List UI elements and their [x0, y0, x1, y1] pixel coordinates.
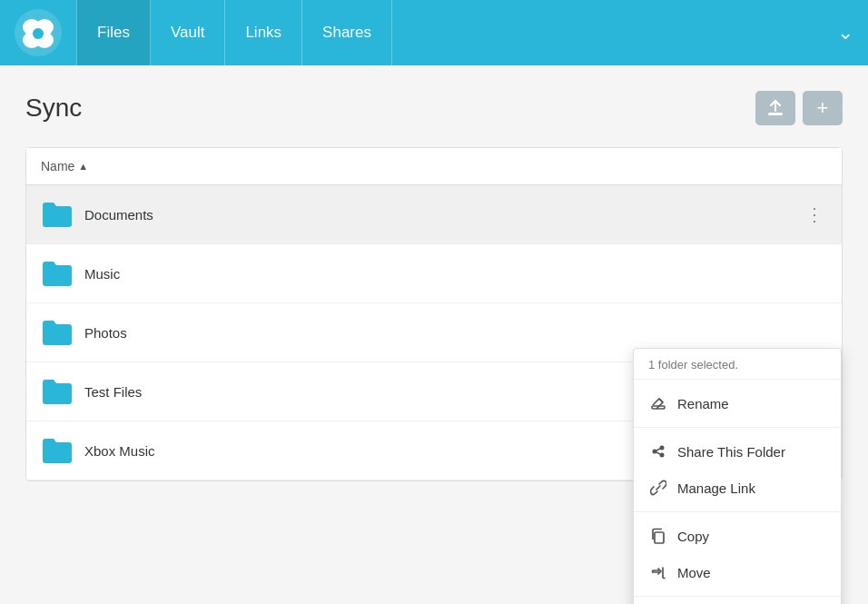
file-name-photos: Photos [84, 325, 827, 341]
main-content: Sync + Name ▲ [0, 65, 868, 481]
rename-label: Rename [677, 396, 729, 411]
context-menu-manage-link[interactable]: Manage Link [634, 470, 841, 506]
file-row-documents[interactable]: Documents ⋮ [26, 185, 842, 244]
context-menu-section-share: Share This Folder Manage Link [634, 428, 841, 512]
add-icon: + [817, 98, 829, 118]
folder-icon-photos [41, 316, 74, 349]
context-menu-section-copy-move: Copy Move [634, 512, 841, 597]
svg-line-12 [656, 449, 660, 451]
add-button[interactable]: + [803, 91, 843, 125]
table-header: Name ▲ [26, 148, 842, 185]
copy-label: Copy [677, 529, 709, 544]
file-name-music: Music [84, 266, 827, 282]
manage-link-label: Manage Link [677, 480, 755, 496]
file-name-documents: Documents [84, 207, 802, 223]
page-header: Sync + [25, 91, 843, 125]
context-menu-section-rename: Rename [634, 380, 841, 428]
app-logo [15, 9, 62, 56]
context-menu-move[interactable]: Move [634, 554, 841, 590]
nav-tab-shares[interactable]: Shares [302, 0, 392, 65]
nav-tab-files[interactable]: Files [76, 0, 151, 65]
header-actions: + [755, 91, 843, 125]
name-column-header[interactable]: Name ▲ [41, 159, 827, 173]
folder-icon-testfiles [41, 375, 74, 408]
move-icon [648, 562, 668, 582]
nav-tab-links[interactable]: Links [225, 0, 302, 65]
page-title: Sync [25, 94, 82, 123]
upload-button[interactable] [755, 91, 795, 125]
file-row-music[interactable]: Music [26, 244, 842, 303]
context-menu-share-folder[interactable]: Share This Folder [634, 433, 841, 470]
sort-asc-icon: ▲ [78, 161, 88, 172]
app-header: Files Vault Links Shares ⌄ [0, 0, 868, 65]
manage-link-icon [648, 478, 668, 498]
svg-point-6 [33, 28, 44, 39]
share-folder-icon [648, 441, 668, 461]
main-nav: Files Vault Links Shares [76, 0, 392, 65]
file-table: Name ▲ Documents ⋮ Music Photos [25, 147, 843, 481]
folder-icon-music [41, 257, 74, 290]
svg-point-11 [660, 453, 665, 458]
nav-tab-vault[interactable]: Vault [151, 0, 226, 65]
move-label: Move [677, 565, 711, 580]
header-chevron-icon[interactable]: ⌄ [837, 21, 853, 45]
svg-point-9 [653, 450, 657, 454]
context-menu: 1 folder selected. Rename [633, 348, 842, 604]
context-menu-header: 1 folder selected. [634, 349, 841, 380]
row-menu-btn-documents[interactable]: ⋮ [802, 202, 827, 227]
share-folder-label: Share This Folder [677, 444, 785, 460]
folder-icon-xboxmusic [41, 434, 74, 467]
context-menu-section-delete: Delete [634, 597, 841, 604]
copy-icon [648, 526, 668, 546]
folder-icon-documents [41, 198, 74, 231]
svg-point-10 [660, 446, 665, 451]
svg-line-13 [656, 452, 660, 454]
rename-icon [648, 393, 668, 413]
context-menu-rename[interactable]: Rename [634, 385, 841, 421]
svg-rect-14 [655, 532, 664, 543]
upload-icon [765, 98, 785, 118]
context-menu-copy[interactable]: Copy [634, 518, 841, 554]
